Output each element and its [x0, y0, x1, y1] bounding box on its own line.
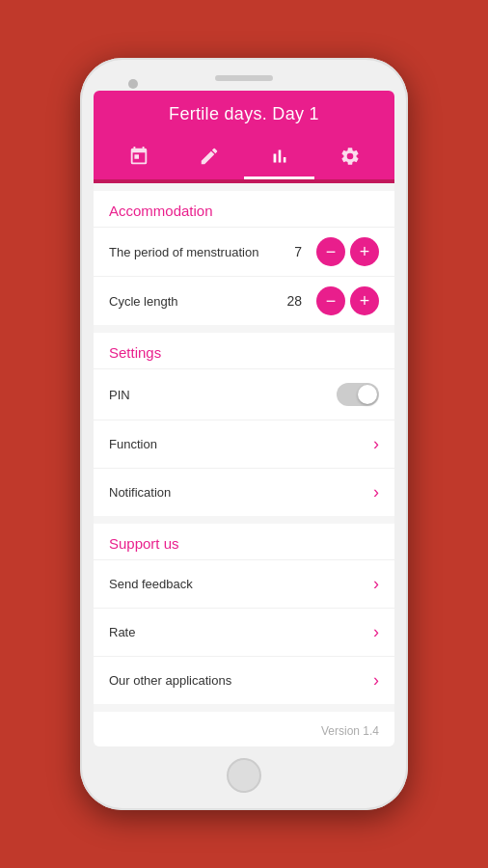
- pin-row[interactable]: PIN: [94, 368, 394, 420]
- phone-screen: Fertile days. Day 1: [94, 91, 394, 746]
- toggle-knob: [358, 385, 377, 404]
- home-button[interactable]: [227, 758, 261, 793]
- version-row: Version 1.4: [94, 712, 394, 746]
- other-apps-row[interactable]: Our other applications ›: [94, 656, 394, 704]
- pin-toggle[interactable]: [337, 383, 379, 406]
- chart-icon: [269, 146, 290, 167]
- app-content: Accommodation The period of menstruation…: [94, 183, 394, 746]
- menstruation-plus-button[interactable]: +: [350, 237, 379, 266]
- tab-calendar[interactable]: [103, 136, 174, 179]
- calendar-icon: [128, 146, 149, 167]
- tab-chart[interactable]: [244, 136, 314, 179]
- settings-title: Settings: [94, 333, 394, 368]
- menstruation-minus-button[interactable]: −: [316, 237, 345, 266]
- app-header: Fertile days. Day 1: [94, 91, 394, 179]
- notification-label: Notification: [109, 485, 373, 500]
- phone-frame: Fertile days. Day 1: [80, 58, 408, 810]
- support-section: Support us Send feedback › Rate › Our ot…: [94, 524, 394, 704]
- support-title: Support us: [94, 524, 394, 559]
- other-apps-chevron-icon: ›: [373, 670, 379, 691]
- send-feedback-row[interactable]: Send feedback ›: [94, 559, 394, 608]
- phone-camera: [128, 79, 138, 89]
- app-title: Fertile days. Day 1: [169, 104, 319, 124]
- notification-row[interactable]: Notification ›: [94, 468, 394, 516]
- tab-settings[interactable]: [314, 136, 385, 179]
- notification-chevron-icon: ›: [373, 482, 379, 502]
- nav-tabs: [103, 136, 385, 179]
- tab-edit[interactable]: [174, 136, 244, 179]
- accommodation-section: Accommodation The period of menstruation…: [94, 191, 394, 325]
- accommodation-title: Accommodation: [94, 191, 394, 227]
- phone-speaker: [215, 75, 273, 81]
- cycle-minus-button[interactable]: −: [316, 286, 345, 315]
- send-feedback-chevron-icon: ›: [373, 574, 379, 594]
- rate-row[interactable]: Rate ›: [94, 608, 394, 656]
- function-chevron-icon: ›: [373, 434, 379, 454]
- settings-section: Settings PIN Function › Notification ›: [94, 333, 394, 516]
- cycle-plus-button[interactable]: +: [350, 286, 379, 315]
- menstruation-row: The period of menstruation 7 − +: [94, 227, 394, 276]
- send-feedback-label: Send feedback: [109, 577, 373, 591]
- other-apps-label: Our other applications: [109, 673, 373, 688]
- pin-label: PIN: [109, 388, 337, 402]
- version-text: Version 1.4: [321, 724, 379, 738]
- rate-label: Rate: [109, 625, 373, 639]
- function-label: Function: [109, 437, 373, 451]
- edit-icon: [199, 146, 220, 167]
- menstruation-label: The period of menstruation: [109, 245, 283, 259]
- cycle-row: Cycle length 28 − +: [94, 276, 394, 325]
- rate-chevron-icon: ›: [373, 622, 379, 642]
- cycle-label: Cycle length: [109, 294, 283, 309]
- cycle-value: 28: [283, 293, 302, 309]
- menstruation-value: 7: [283, 244, 302, 259]
- function-row[interactable]: Function ›: [94, 420, 394, 468]
- settings-icon: [339, 146, 361, 167]
